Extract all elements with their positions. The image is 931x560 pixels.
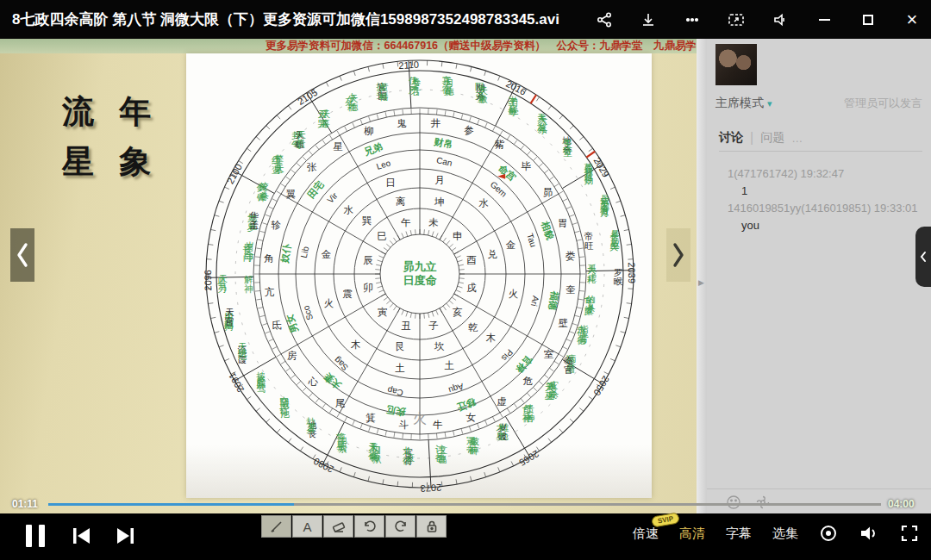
avatar	[715, 44, 757, 85]
sound-icon[interactable]	[770, 9, 790, 30]
share-icon[interactable]	[594, 9, 615, 30]
previous-page-button[interactable]	[10, 228, 34, 282]
svg-text:虚: 虚	[497, 396, 507, 407]
svg-text:天德: 天德	[349, 93, 359, 112]
svg-text:毕: 毕	[521, 161, 532, 171]
watermark-title: 流 年 星 象	[62, 87, 159, 187]
chat-message-list: 1(471761742) 19:32:47 1 1416019851yy(141…	[707, 152, 931, 488]
sidebar-collapse-handle[interactable]: ▶	[698, 278, 704, 287]
previous-video-button[interactable]	[71, 526, 93, 545]
svg-text:Sag: Sag	[332, 355, 350, 372]
svg-text:命宫: 命宫	[497, 162, 518, 183]
svg-text:申: 申	[453, 231, 463, 241]
download-icon[interactable]	[638, 9, 659, 30]
svg-text:擎天: 擎天	[275, 153, 284, 173]
svg-text:亥: 亥	[453, 307, 463, 317]
svg-text:2110: 2110	[398, 59, 419, 71]
svg-text:夫妻: 夫妻	[322, 370, 344, 392]
svg-text:Pis: Pis	[500, 347, 515, 363]
svg-text:震: 震	[342, 289, 353, 299]
screenshot-icon[interactable]	[726, 9, 747, 30]
svg-text:乾: 乾	[468, 322, 478, 333]
control-bar: A 倍速 SVIP 高清 字幕 选集	[0, 513, 931, 560]
chart-paper: 2110201620292039205020652073208020912096…	[186, 53, 652, 498]
tab-question[interactable]: 问题	[760, 130, 784, 146]
svg-text:奴仆: 奴仆	[278, 242, 293, 264]
svg-text:坎: 坎	[434, 341, 445, 352]
svg-text:劫杀: 劫杀	[306, 416, 316, 436]
svg-text:箕: 箕	[366, 413, 376, 423]
fullscreen-icon[interactable]	[900, 524, 919, 543]
eraser-tool-icon[interactable]	[323, 515, 353, 538]
lock-icon[interactable]	[416, 515, 447, 538]
svg-text:Ari: Ari	[529, 295, 540, 307]
svg-text:壁: 壁	[558, 318, 569, 328]
pause-button[interactable]	[26, 525, 47, 547]
more-icon[interactable]	[682, 9, 703, 30]
svg-text:酉: 酉	[466, 255, 477, 265]
svg-text:角: 角	[263, 253, 274, 264]
svg-text:兑: 兑	[487, 249, 497, 259]
playlist-button[interactable]: 选集	[772, 526, 798, 542]
close-button[interactable]: ×	[902, 9, 922, 30]
svg-text:卯: 卯	[363, 283, 373, 293]
next-video-button[interactable]	[114, 526, 136, 545]
svg-text:帝旺: 帝旺	[584, 231, 594, 251]
svg-text:Aqu: Aqu	[447, 382, 465, 395]
svg-text:丑: 丑	[401, 320, 411, 331]
maximize-button[interactable]	[858, 9, 878, 30]
annotation-toolbar: A	[261, 515, 447, 538]
svg-text:月孛: 月孛	[509, 97, 519, 117]
duration-time: 04:00	[888, 498, 915, 510]
svg-text:娄: 娄	[565, 251, 576, 261]
svg-text:火: 火	[509, 289, 519, 299]
svg-text:翼: 翼	[286, 189, 297, 199]
next-page-button[interactable]	[666, 228, 690, 282]
brush-tool-icon[interactable]	[261, 515, 291, 538]
svg-text:张: 张	[307, 162, 317, 172]
svg-text:木: 木	[350, 339, 361, 350]
undo-icon[interactable]	[354, 515, 384, 538]
chat-sidebar: 主席模式 ▾ 管理员可以发言 讨论 | 问题 … 1(471761742) 19…	[707, 39, 931, 514]
svg-text:飞廉: 飞廉	[584, 296, 593, 316]
seek-bar[interactable]	[48, 503, 881, 506]
svg-text:参: 参	[464, 125, 474, 135]
subtitle-button[interactable]: 字幕	[726, 526, 752, 542]
svg-text:月: 月	[434, 175, 445, 185]
svg-text:艮: 艮	[396, 341, 406, 352]
svg-text:Gem: Gem	[489, 179, 509, 199]
record-icon[interactable]	[819, 524, 838, 543]
svg-text:辰: 辰	[363, 255, 373, 265]
svg-text:天赦: 天赦	[478, 85, 488, 105]
svg-text:水: 水	[343, 205, 354, 215]
volume-icon[interactable]	[859, 524, 879, 543]
speed-button[interactable]: 倍速	[633, 526, 659, 540]
svg-text:奎: 奎	[565, 284, 576, 295]
svg-text:绞杀: 绞杀	[259, 181, 269, 201]
svg-text:卷舌: 卷舌	[412, 77, 422, 96]
redo-icon[interactable]	[385, 515, 416, 538]
svg-text:亡神: 亡神	[522, 404, 532, 424]
video-frame: 更多易学资料可加微信：664467916（赠送中级易学资料） 公众号：九鼎学堂 …	[0, 39, 697, 514]
quality-button[interactable]: 高清	[679, 526, 705, 542]
tab-discussion[interactable]: 讨论	[719, 130, 743, 146]
svg-text:Leo: Leo	[375, 158, 392, 171]
panel-collapse-tab[interactable]	[915, 227, 931, 287]
minimize-button[interactable]	[814, 9, 834, 30]
svg-text:禄勋: 禄勋	[584, 166, 594, 186]
svg-text:木: 木	[485, 333, 497, 343]
svg-text:巳: 巳	[377, 231, 387, 241]
svg-text:相貌: 相貌	[540, 219, 556, 241]
svg-text:金: 金	[506, 240, 516, 250]
svg-text:天福: 天福	[368, 441, 378, 460]
svg-text:火: 火	[413, 411, 427, 426]
svg-text:2080: 2080	[312, 456, 335, 475]
svg-text:天官: 天官	[225, 307, 234, 327]
svg-text:天喜: 天喜	[321, 109, 330, 128]
svg-text:斗: 斗	[398, 420, 409, 430]
svg-text:金: 金	[322, 249, 332, 259]
text-tool-icon[interactable]: A	[292, 515, 322, 538]
svg-text:罗睺: 罗睺	[614, 267, 623, 287]
svg-text:日: 日	[385, 177, 396, 188]
chairman-mode-dropdown[interactable]: 主席模式	[715, 96, 764, 111]
